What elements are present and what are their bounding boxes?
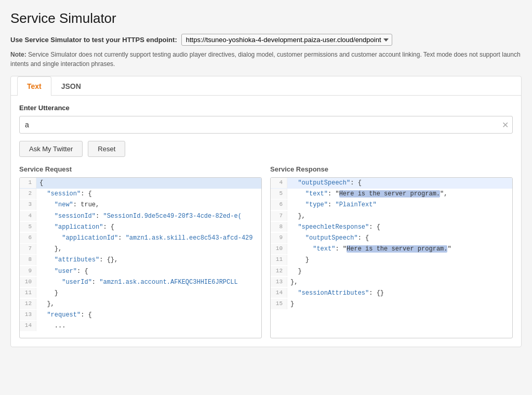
table-row: 6 "type": "PlainText": [271, 200, 512, 210]
horizontal-scrollbar[interactable]: [20, 338, 261, 338]
service-request-content[interactable]: 1 { 2 "session": { 3 "new": true,: [20, 178, 261, 338]
scrollbar-thumb: [23, 338, 54, 338]
table-row: 2 "session": {: [20, 189, 261, 200]
page-title: Service Simulator: [10, 10, 522, 27]
service-request-panel: Service Request 1 { 2 "session": {: [19, 165, 262, 338]
table-row: 3 "new": true,: [20, 200, 261, 210]
clear-icon[interactable]: ✕: [502, 120, 509, 130]
table-row: 4 "outputSpeech": {: [271, 178, 512, 189]
reset-button[interactable]: Reset: [88, 141, 125, 157]
endpoint-row: Use Service Simulator to test your HTTPS…: [10, 34, 522, 46]
table-row: 15 }: [271, 299, 512, 310]
note-prefix: Note:: [10, 51, 26, 58]
button-row: Ask My Twitter Reset: [19, 141, 513, 157]
utterance-input-wrap: ✕: [19, 116, 513, 134]
table-row: 14 ...: [20, 321, 261, 332]
table-row: 10 "userId": "amzn1.ask.account.AFKEQC3H…: [20, 277, 261, 288]
table-row: 13 },: [271, 277, 512, 288]
service-request-box: 1 { 2 "session": { 3 "new": true,: [19, 177, 262, 338]
listen-bar: Listen ▶: [271, 338, 512, 338]
table-row: 5 "text": "Here is the server program.",: [271, 189, 512, 200]
highlighted-text: Here is the server program.: [339, 190, 440, 198]
tabs: Text JSON: [11, 76, 521, 96]
service-response-box: 4 "outputSpeech": { 5 "text": "Here is t…: [270, 177, 513, 338]
table-row: 4 "sessionId": "SessionId.9de5ce49-20f3-…: [20, 211, 261, 222]
service-response-content[interactable]: 4 "outputSpeech": { 5 "text": "Here is t…: [271, 178, 512, 338]
table-row: 10 "text": "Here is the server program.": [271, 244, 512, 255]
service-response-title: Service Response: [270, 165, 513, 173]
utterance-label: Enter Utterance: [19, 104, 513, 112]
service-response-panel: Service Response 4 "outputSpeech": { 5 "…: [270, 165, 513, 338]
table-row: 11 }: [20, 288, 261, 299]
table-row: 9 "outputSpeech": {: [271, 233, 512, 244]
table-row: 7 },: [271, 211, 512, 222]
table-row: 8 "attributes": {},: [20, 255, 261, 266]
service-request-title: Service Request: [19, 165, 262, 173]
tab-json[interactable]: JSON: [51, 76, 91, 96]
table-row: 13 "request": {: [20, 310, 261, 321]
endpoint-label: Use Service Simulator to test your HTTPS…: [10, 36, 177, 44]
table-row: 12 },: [20, 299, 261, 310]
note-text: Note: Service Simulator does not current…: [10, 50, 522, 69]
table-row: 14 "sessionAttributes": {}: [271, 288, 512, 299]
highlighted-text-2: Here is the server program.: [347, 245, 447, 253]
table-row: 12 }: [271, 266, 512, 277]
note-body: Service Simulator does not currently sup…: [10, 51, 521, 68]
table-row: 6 "applicationId": "amzn1.ask.skill.eec8…: [20, 233, 261, 244]
tab-text[interactable]: Text: [17, 76, 51, 96]
ask-my-twitter-button[interactable]: Ask My Twitter: [19, 141, 83, 157]
table-row: 7 },: [20, 244, 261, 255]
table-row: 5 "application": {: [20, 222, 261, 233]
main-panel: Text JSON Enter Utterance ✕ Ask My Twitt…: [10, 76, 522, 347]
table-row: 11 }: [271, 255, 512, 266]
panel-body: Enter Utterance ✕ Ask My Twitter Reset S…: [11, 96, 521, 347]
table-row: 1 {: [20, 178, 261, 189]
utterance-input[interactable]: [19, 116, 513, 134]
table-row: 8 "speechletResponse": {: [271, 222, 512, 233]
panels-row: Service Request 1 { 2 "session": {: [19, 165, 513, 338]
table-row: 9 "user": {: [20, 266, 261, 277]
endpoint-select[interactable]: https://tsuneo-yoshioka-4-development.pa…: [181, 34, 392, 46]
